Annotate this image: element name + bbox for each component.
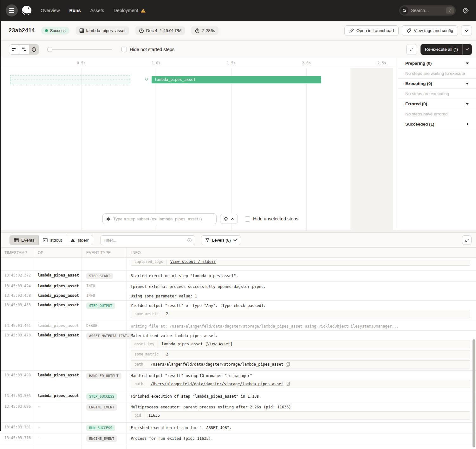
hide-unselected-label[interactable]: Hide unselected steps xyxy=(253,216,298,221)
collapse-layers-button[interactable] xyxy=(220,214,238,224)
levels-dropdown[interactable]: Levels (6) xyxy=(201,235,241,245)
tab-stderr[interactable]: stderr xyxy=(66,235,93,245)
log-row[interactable]: 13:45:03.424lambda_pipes_assetINFO[pipes… xyxy=(0,282,476,291)
log-fullscreen-button[interactable] xyxy=(462,235,472,245)
stopwatch-icon xyxy=(195,28,200,33)
search-input[interactable]: Search... / xyxy=(399,5,456,16)
nav-item-assets[interactable]: Assets xyxy=(90,8,104,13)
column-header-timestamp: TIMESTAMP xyxy=(0,248,33,257)
log-timestamp xyxy=(0,444,33,449)
log-row[interactable]: 13:45:03.505lambda_pipes_assetSTEP_SUCCE… xyxy=(0,391,476,402)
log-op: lambda_pipes_asset xyxy=(38,394,79,398)
log-row[interactable]: 13:45:03.696-ENGINE_EVENTMultiprocess ex… xyxy=(0,402,476,423)
log-row[interactable]: 13:45:03.438lambda_pipes_assetINFOUsing … xyxy=(0,291,476,301)
gantt-time-axis: 0.5s1.0s1.5s2.0s2.5s xyxy=(0,58,398,68)
log-filter-input[interactable]: Filter... xyxy=(100,235,195,245)
sidebar-section-body: No steps are waiting to execute xyxy=(398,68,476,79)
log-op-cell: - xyxy=(33,423,82,433)
log-row[interactable]: 13:45:03.461lambda_pipes_assetDEBUGWriti… xyxy=(0,321,476,331)
log-info-text: Finished execution of step "lambda_pipes… xyxy=(131,394,470,399)
log-info-text: Writing file at: /Users/alangenfeld/data… xyxy=(131,323,470,329)
timed-view-button[interactable] xyxy=(29,45,39,54)
reexecute-options-caret[interactable] xyxy=(462,44,472,55)
reexecute-all-button[interactable]: Re-execute all (*) xyxy=(421,44,472,55)
open-in-launchpad-button[interactable]: Open in Launchpad xyxy=(344,25,399,36)
pencil-icon xyxy=(349,28,354,33)
sidebar-section-title: Executing (0) xyxy=(405,81,432,86)
clipped-metadata: captured_logsView stdout / stderr xyxy=(131,260,470,269)
metadata-value-link[interactable]: /Users/alangenfeld/data/dagster/storage/… xyxy=(151,362,284,367)
log-op: lambda_pipes_asset xyxy=(38,323,79,328)
log-timestamp: 13:45:03.424 xyxy=(0,282,33,291)
panel-splitter[interactable] xyxy=(0,230,476,233)
axis-tick: 2.0s xyxy=(302,61,311,65)
flat-view-button[interactable] xyxy=(9,45,19,54)
hide-not-started-label[interactable]: Hide not started steps xyxy=(130,47,174,52)
log-row[interactable]: 13:45:03.701-RUN_SUCCESSFinished executi… xyxy=(0,423,476,433)
search-shortcut-key: / xyxy=(446,7,454,14)
sidebar-section-title: Preparing (0) xyxy=(405,61,432,66)
log-event-type-cell: ENGINE_EVENT xyxy=(82,433,127,444)
settings-button[interactable] xyxy=(461,6,470,15)
copy-icon[interactable] xyxy=(286,362,290,367)
sidebar-section-preparing[interactable]: Preparing (0) xyxy=(398,58,476,68)
gantt-zoom-slider[interactable] xyxy=(47,47,112,52)
log-row[interactable]: 13:45:03.453lambda_pipes_assetSTEP_OUTPU… xyxy=(0,301,476,321)
gantt-chart: 0.5s1.0s1.5s2.0s2.5s lambda_pipes_asset … xyxy=(0,58,398,230)
sidebar-section-succeeded[interactable]: Succeeded (1) xyxy=(398,119,476,129)
metadata-bracket-link: [View Asset] xyxy=(205,342,232,346)
job-chip[interactable]: lambda_pipes_asset xyxy=(76,26,129,35)
column-header-event-type: EVENT TYPE xyxy=(82,248,127,257)
log-info-cell: captured_logsView stdout / stderr xyxy=(127,258,476,270)
log-event-type-pill: ENGINE_EVENT xyxy=(86,435,117,442)
nav-item-overview[interactable]: Overview xyxy=(41,8,60,13)
metadata-value-link[interactable]: /Users/alangenfeld/data/dagster/storage/… xyxy=(151,382,284,386)
log-table-rows: captured_logsView stdout / stderr13:45:0… xyxy=(0,258,476,449)
copy-button[interactable] xyxy=(286,362,290,367)
log-event-type-pill: STEP_OUTPUT xyxy=(86,303,115,309)
run-actions-caret-button[interactable] xyxy=(461,25,472,36)
nav-item-deployment[interactable]: Deployment xyxy=(114,8,146,13)
nav-item-label: Overview xyxy=(41,8,60,13)
log-row[interactable]: captured_logsView stdout / stderr xyxy=(0,258,476,271)
hamburger-menu-button[interactable] xyxy=(6,4,18,16)
hide-unselected-checkbox[interactable] xyxy=(245,216,250,222)
copy-button[interactable] xyxy=(286,382,290,386)
gantt-fullscreen-button[interactable] xyxy=(406,44,417,55)
log-row[interactable]: 13:45:03.716-ENGINE_EVENTProcess for run… xyxy=(0,433,476,444)
log-timestamp: 13:45:03.470 xyxy=(0,331,33,370)
clear-filter-icon[interactable] xyxy=(187,238,192,243)
nav-item-runs[interactable]: Runs xyxy=(69,8,81,13)
metadata-key: path xyxy=(131,361,147,368)
metadata-value-link[interactable]: View stdout / stderr xyxy=(170,260,216,264)
tab-events[interactable]: Events xyxy=(10,235,38,245)
log-info-text: Yielded output "result" of type "Any". (… xyxy=(131,303,470,308)
hide-not-started-checkbox[interactable] xyxy=(121,47,127,52)
metadata-row-asset_key: asset_keylambda_pipes_asset[View Asset] xyxy=(131,340,470,348)
caret-right-icon xyxy=(466,122,469,126)
log-scrollbar-thumb[interactable] xyxy=(473,339,475,447)
log-info-cell: Handled output "result" using IO manager… xyxy=(127,371,476,391)
view-asset-link[interactable]: View Asset xyxy=(207,342,230,346)
sidebar-section-errored[interactable]: Errored (0) xyxy=(398,99,476,109)
log-row[interactable] xyxy=(0,444,476,449)
gantt-waiting-box xyxy=(10,75,130,84)
view-tags-config-button[interactable]: View tags and config xyxy=(402,25,458,36)
log-row[interactable]: 13:45:02.372lambda_pipes_assetSTEP_START… xyxy=(0,271,476,282)
slider-knob[interactable] xyxy=(47,47,52,52)
tag-icon xyxy=(407,28,411,33)
log-op-cell: - xyxy=(33,433,82,444)
log-row[interactable]: 13:45:03.470lambda_pipes_assetASSET_MATE… xyxy=(0,331,476,371)
metadata-value-text: lambda_pipes_asset xyxy=(161,342,203,346)
gantt-step-bar[interactable]: lambda_pipes_asset xyxy=(152,76,321,83)
step-subset-controls: Type a step subset (ex: lambda_pipes_ass… xyxy=(102,213,298,224)
copy-icon[interactable] xyxy=(286,382,290,386)
step-subset-input[interactable]: Type a step subset (ex: lambda_pipes_ass… xyxy=(102,213,217,224)
dagster-logo-icon[interactable] xyxy=(20,4,33,17)
tab-stdout[interactable]: stdout xyxy=(38,235,66,245)
sidebar-section-executing[interactable]: Executing (0) xyxy=(398,79,476,89)
waterfall-view-button[interactable] xyxy=(19,45,29,54)
search-icon xyxy=(400,6,408,15)
metadata-value: /Users/alangenfeld/data/dagster/storage/… xyxy=(147,380,293,388)
log-row[interactable]: 13:45:03.498lambda_pipes_assetHANDLED_OU… xyxy=(0,371,476,391)
